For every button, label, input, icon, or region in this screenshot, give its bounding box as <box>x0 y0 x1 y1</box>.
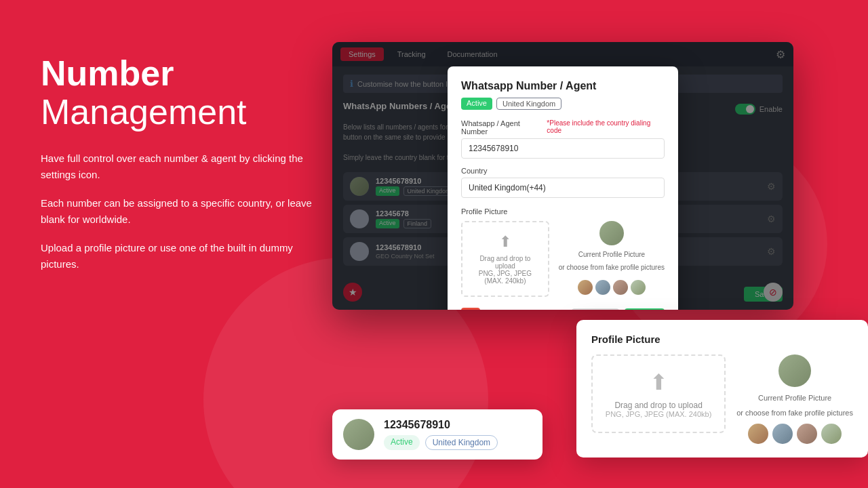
upload-format-text: PNG, JPG, JPEG (MAX. 240kb) <box>471 270 540 285</box>
card-info: 12345678910 Active United Kingdom <box>384 419 532 450</box>
popup-upload-drag-text: Drag and drop to upload <box>604 401 713 410</box>
desc-3: Upload a profile picture or use one of t… <box>41 240 326 272</box>
delete-button[interactable]: 🗑 <box>461 308 480 310</box>
modal-label-number: Whatsapp / Agent Number *Please include … <box>461 119 665 136</box>
profile-picture-label: Profile Picture <box>461 207 665 216</box>
card-badge-country: United Kingdom <box>425 435 498 450</box>
modal-save-button[interactable]: Save <box>625 308 665 310</box>
popup-fake-avatar-1[interactable] <box>748 424 768 444</box>
popup-fake-avatar-3[interactable] <box>797 424 817 444</box>
modal-actions: 🗑 Cancel Save <box>461 308 665 310</box>
profile-popup-title: Profile Picture <box>591 333 853 345</box>
profile-popup-inner: ⬆ Drag and drop to upload PNG, JPG, JPEG… <box>591 354 853 444</box>
current-avatar <box>599 221 624 245</box>
card-badge-active: Active <box>384 435 420 450</box>
popup-upload-format-text: PNG, JPG, JPEG (MAX. 240kb) <box>604 410 713 418</box>
popup-right: Current Profile Picture or choose from f… <box>736 354 853 444</box>
number-card: 12345678910 Active United Kingdom <box>332 409 542 460</box>
card-number: 12345678910 <box>384 419 532 431</box>
popup-fake-grid <box>748 424 842 444</box>
popup-fake-label: or choose from fake profile pictures <box>736 409 853 417</box>
required-note: *Please include the country dialing code <box>547 119 665 136</box>
current-profile-label: Current Profile Picture <box>578 251 645 258</box>
page-title: Number Management <box>41 54 326 131</box>
popup-current-label: Current Profile Picture <box>758 394 831 402</box>
upload-area[interactable]: ⬆ Drag and drop to upload PNG, JPG, JPEG… <box>461 221 549 297</box>
fake-avatar-1[interactable] <box>578 280 593 295</box>
left-panel: Number Management Have full control over… <box>41 54 326 285</box>
popup-fake-avatar-4[interactable] <box>821 424 842 444</box>
profile-picture-popup: Profile Picture ⬆ Drag and drop to uploa… <box>576 320 868 458</box>
profile-picture-section: ⬆ Drag and drop to upload PNG, JPG, JPEG… <box>461 221 665 297</box>
desc-2: Each number can be assigned to a specifi… <box>41 195 326 228</box>
modal-badge-country: United Kingdom <box>496 98 561 110</box>
modal-title: Whatsapp Number / Agent <box>461 80 665 92</box>
description-block: Have full control over each number & age… <box>41 150 326 272</box>
fake-profiles-label: or choose from fake profile pictures <box>559 264 665 271</box>
cancel-button[interactable]: Cancel <box>572 308 618 310</box>
upload-icon: ⬆ <box>471 233 540 251</box>
popup-upload-icon: ⬆ <box>604 369 713 395</box>
modal-buttons: Cancel Save <box>572 308 665 310</box>
popup-current-avatar <box>778 354 811 387</box>
fake-avatar-4[interactable] <box>631 280 646 295</box>
popup-fake-avatar-2[interactable] <box>772 424 793 444</box>
modal-label-country: Country <box>461 167 665 175</box>
country-select[interactable]: United Kingdom(+44) <box>461 178 665 198</box>
upload-drag-text: Drag and drop to upload <box>471 255 540 270</box>
modal-overlay: Whatsapp Number / Agent Active United Ki… <box>332 42 793 310</box>
fake-profiles-grid <box>578 280 646 295</box>
fake-avatar-3[interactable] <box>613 280 628 295</box>
card-avatar <box>343 419 374 450</box>
fake-avatar-2[interactable] <box>595 280 610 295</box>
modal-badge-active: Active <box>461 98 492 110</box>
card-badges: Active United Kingdom <box>384 435 532 450</box>
current-profile-section: Current Profile Picture or choose from f… <box>559 221 665 295</box>
popup-upload-area[interactable]: ⬆ Drag and drop to upload PNG, JPG, JPEG… <box>591 354 726 433</box>
app-window: Settings Tracking Documentation ⚙ ℹ Cust… <box>332 42 793 310</box>
modal: Whatsapp Number / Agent Active United Ki… <box>448 66 678 310</box>
modal-badges: Active United Kingdom <box>461 98 665 110</box>
desc-1: Have full control over each number & age… <box>41 150 326 183</box>
agent-number-input[interactable] <box>461 138 665 159</box>
